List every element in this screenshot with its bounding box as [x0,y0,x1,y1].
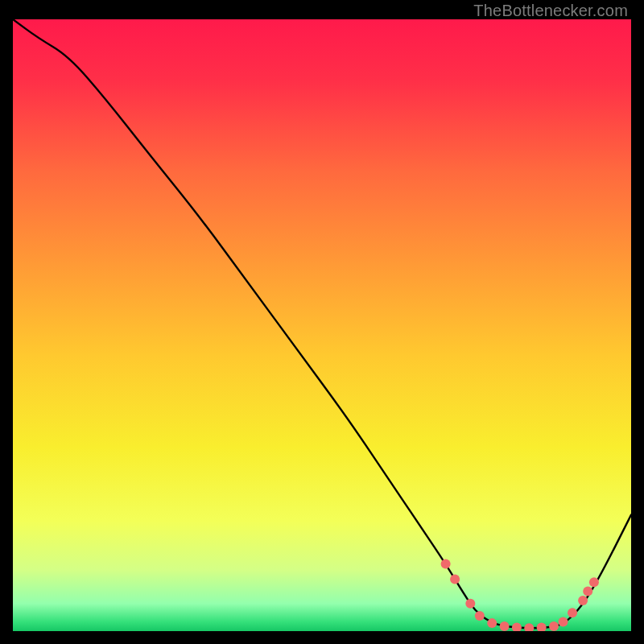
highlight-point [441,559,451,568]
highlight-point [450,574,460,584]
watermark-text: TheBottlenecker.com [473,2,628,20]
chart-frame [13,19,631,631]
highlight-point [500,621,510,631]
highlight-point [578,596,588,605]
highlight-point [475,611,485,621]
highlight-point [589,577,599,587]
gradient-background [13,19,631,631]
highlight-point [465,599,475,609]
highlight-point [583,587,592,597]
highlight-point [487,618,497,628]
highlight-point [549,621,559,631]
highlight-point [559,617,568,627]
highlight-point [568,608,577,617]
bottleneck-chart [13,19,631,631]
